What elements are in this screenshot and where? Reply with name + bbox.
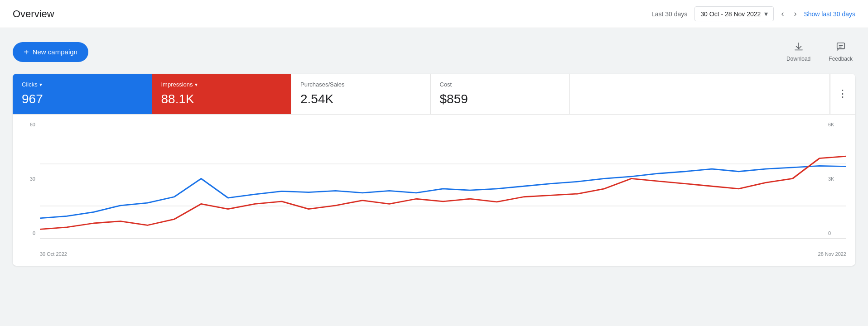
purchases-value: 2.54K	[300, 91, 421, 107]
download-label: Download	[786, 56, 810, 62]
prev-arrow-button[interactable]: ‹	[778, 6, 786, 21]
plus-icon: +	[24, 48, 29, 57]
chart-svg	[40, 122, 846, 249]
metric-impressions[interactable]: Impressions ▾ 88.1K	[152, 74, 292, 114]
clicks-dropdown-icon: ▾	[39, 82, 42, 88]
chart-container	[40, 122, 846, 249]
metric-cost[interactable]: Cost $859	[431, 74, 570, 114]
new-campaign-label: New campaign	[33, 48, 77, 56]
new-campaign-button[interactable]: + New campaign	[13, 42, 88, 62]
x-axis-start: 30 Oct 2022	[40, 251, 67, 257]
x-axis: 30 Oct 2022 28 Nov 2022	[40, 249, 846, 257]
last-days-label: Last 30 days	[651, 10, 687, 18]
show-last-days-link[interactable]: Show last 30 days	[804, 10, 855, 18]
clicks-value: 967	[22, 91, 143, 107]
impressions-value: 88.1K	[161, 91, 282, 107]
toolbar: + New campaign Download	[13, 39, 855, 65]
next-arrow-button[interactable]: ›	[791, 6, 799, 21]
metric-spacer	[570, 74, 830, 114]
more-options-icon: ⋮	[838, 88, 848, 100]
header: Overview Last 30 days 30 Oct - 28 Nov 20…	[0, 0, 868, 28]
chart-area: 30 Oct 2022 28 Nov 2022	[13, 115, 855, 266]
cost-value: $859	[440, 91, 561, 107]
metrics-row: Clicks ▾ 967 Impressions ▾ 88.1K Purchas…	[13, 74, 855, 115]
svg-rect-0	[837, 43, 844, 49]
page-title: Overview	[13, 8, 54, 20]
x-axis-end: 28 Nov 2022	[818, 251, 846, 257]
toolbar-actions: Download Feedback	[784, 39, 855, 65]
feedback-icon	[836, 42, 846, 54]
feedback-label: Feedback	[829, 56, 853, 62]
clicks-label: Clicks ▾	[22, 81, 143, 88]
impressions-label: Impressions ▾	[161, 81, 282, 88]
download-icon	[794, 42, 804, 54]
date-range-text: 30 Oct - 28 Nov 2022	[700, 10, 761, 18]
download-button[interactable]: Download	[784, 39, 813, 65]
feedback-button[interactable]: Feedback	[826, 39, 855, 65]
date-range-selector[interactable]: 30 Oct - 28 Nov 2022 ▾	[694, 6, 774, 21]
cost-label: Cost	[440, 81, 561, 88]
main-content: + New campaign Download	[0, 28, 868, 277]
chevron-down-icon: ▾	[764, 10, 768, 18]
purchases-label: Purchases/Sales	[300, 81, 421, 88]
impressions-dropdown-icon: ▾	[195, 82, 198, 88]
chart-wrapper: 60 30 0 6K 3K 0	[13, 115, 855, 266]
more-options-button[interactable]: ⋮	[830, 74, 855, 114]
stats-card: Clicks ▾ 967 Impressions ▾ 88.1K Purchas…	[13, 74, 855, 266]
metric-purchases[interactable]: Purchases/Sales 2.54K	[291, 74, 431, 114]
metric-clicks[interactable]: Clicks ▾ 967	[13, 74, 152, 114]
header-controls: Last 30 days 30 Oct - 28 Nov 2022 ▾ ‹ › …	[651, 6, 855, 21]
